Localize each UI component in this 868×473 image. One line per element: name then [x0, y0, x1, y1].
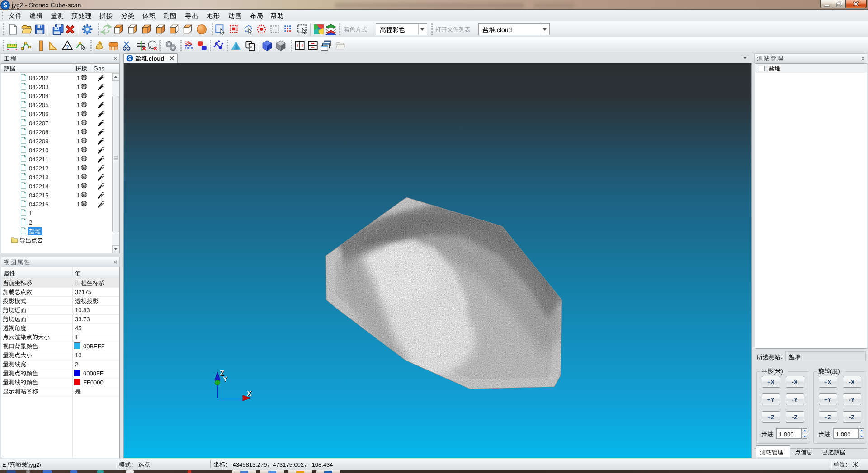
svg-text:?: ? [66, 44, 69, 50]
